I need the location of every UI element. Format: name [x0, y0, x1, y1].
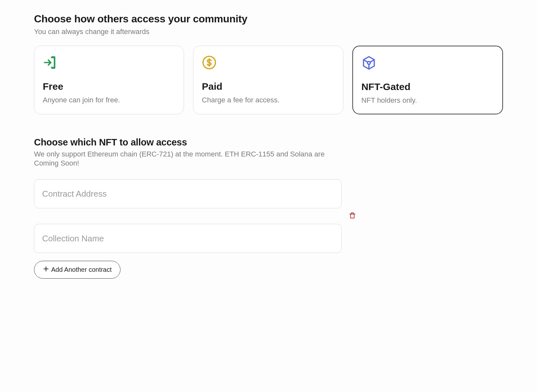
access-subtitle: You can always change it afterwards — [34, 28, 503, 36]
svg-rect-3 — [351, 214, 354, 218]
option-paid-desc: Charge a fee for access. — [202, 96, 334, 104]
option-nft-title: NFT-Gated — [361, 81, 494, 92]
nft-title: Choose which NFT to allow access — [34, 137, 503, 148]
dollar-icon — [202, 55, 217, 70]
option-free-desc: Anyone can join for free. — [43, 96, 175, 104]
cube-icon — [361, 55, 376, 70]
option-free-title: Free — [43, 81, 175, 92]
plus-icon — [43, 266, 49, 274]
add-another-contract-label: Add Another contract — [51, 266, 112, 273]
option-paid-title: Paid — [202, 81, 334, 92]
option-nft-desc: NFT holders only. — [361, 96, 494, 105]
delete-contract-button[interactable] — [348, 212, 357, 220]
collection-name-input[interactable] — [34, 224, 342, 253]
trash-icon — [349, 212, 356, 221]
svg-point-2 — [367, 62, 370, 64]
option-nft-gated[interactable]: NFT-Gated NFT holders only. — [352, 46, 503, 114]
login-icon — [43, 55, 58, 70]
access-options: Free Anyone can join for free. Paid Char… — [34, 46, 503, 114]
access-title: Choose how others access your community — [34, 13, 503, 25]
contract-address-input[interactable] — [34, 179, 342, 208]
option-free[interactable]: Free Anyone can join for free. — [34, 46, 184, 114]
nft-subtitle: We only support Ethereum chain (ERC-721)… — [34, 150, 332, 167]
contract-group — [34, 179, 342, 253]
option-paid[interactable]: Paid Charge a fee for access. — [193, 46, 343, 114]
add-another-contract-button[interactable]: Add Another contract — [34, 261, 120, 279]
